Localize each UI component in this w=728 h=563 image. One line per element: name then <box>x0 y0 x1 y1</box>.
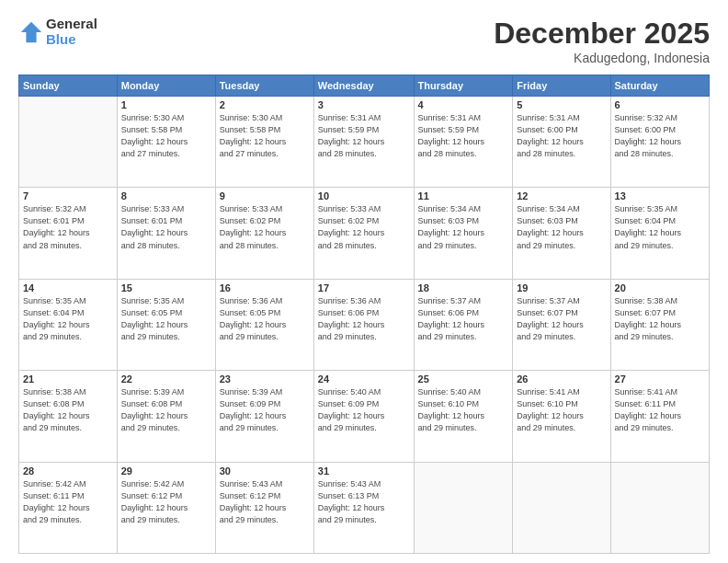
location-title: Kadugedong, Indonesia <box>494 51 710 65</box>
calendar-cell: 14Sunrise: 5:35 AM Sunset: 6:04 PM Dayli… <box>19 279 118 370</box>
calendar-cell: 13Sunrise: 5:35 AM Sunset: 6:04 PM Dayli… <box>610 188 709 279</box>
col-header-friday: Friday <box>513 75 610 97</box>
day-info: Sunrise: 5:34 AM Sunset: 6:03 PM Dayligh… <box>418 203 509 251</box>
logo-icon <box>18 19 44 45</box>
day-info: Sunrise: 5:34 AM Sunset: 6:03 PM Dayligh… <box>517 203 606 251</box>
calendar-cell: 10Sunrise: 5:33 AM Sunset: 6:02 PM Dayli… <box>313 188 414 279</box>
calendar-cell: 25Sunrise: 5:40 AM Sunset: 6:10 PM Dayli… <box>414 371 513 462</box>
day-number: 6 <box>615 99 705 110</box>
week-row-3: 21Sunrise: 5:38 AM Sunset: 6:08 PM Dayli… <box>19 371 710 462</box>
calendar-header-row: SundayMondayTuesdayWednesdayThursdayFrid… <box>19 75 710 97</box>
calendar-cell: 5Sunrise: 5:31 AM Sunset: 6:00 PM Daylig… <box>513 97 610 188</box>
day-number: 13 <box>615 190 705 201</box>
calendar-cell: 29Sunrise: 5:42 AM Sunset: 6:12 PM Dayli… <box>117 462 215 553</box>
day-number: 27 <box>615 373 705 385</box>
day-number: 17 <box>318 282 410 293</box>
day-number: 10 <box>318 190 410 201</box>
calendar-cell: 30Sunrise: 5:43 AM Sunset: 6:12 PM Dayli… <box>215 462 313 553</box>
day-info: Sunrise: 5:35 AM Sunset: 6:04 PM Dayligh… <box>23 295 113 343</box>
calendar-cell: 12Sunrise: 5:34 AM Sunset: 6:03 PM Dayli… <box>513 188 610 279</box>
title-section: December 2025 Kadugedong, Indonesia <box>494 17 710 65</box>
day-number: 7 <box>23 190 113 201</box>
day-number: 1 <box>121 99 211 110</box>
col-header-monday: Monday <box>117 75 215 97</box>
calendar-cell: 7Sunrise: 5:32 AM Sunset: 6:01 PM Daylig… <box>19 188 118 279</box>
day-number: 25 <box>418 373 509 385</box>
day-info: Sunrise: 5:42 AM Sunset: 6:12 PM Dayligh… <box>121 478 211 526</box>
calendar-cell: 31Sunrise: 5:43 AM Sunset: 6:13 PM Dayli… <box>313 462 414 553</box>
week-row-0: 1Sunrise: 5:30 AM Sunset: 5:58 PM Daylig… <box>19 97 710 188</box>
calendar-cell: 27Sunrise: 5:41 AM Sunset: 6:11 PM Dayli… <box>610 371 709 462</box>
day-number: 26 <box>517 373 606 385</box>
col-header-thursday: Thursday <box>414 75 513 97</box>
day-info: Sunrise: 5:39 AM Sunset: 6:08 PM Dayligh… <box>121 386 211 434</box>
day-number: 14 <box>23 282 113 293</box>
day-number: 24 <box>318 373 410 385</box>
day-info: Sunrise: 5:36 AM Sunset: 6:06 PM Dayligh… <box>318 295 410 343</box>
day-number: 29 <box>121 465 211 477</box>
day-number: 3 <box>318 99 410 110</box>
week-row-1: 7Sunrise: 5:32 AM Sunset: 6:01 PM Daylig… <box>19 188 710 279</box>
day-number: 22 <box>121 373 211 385</box>
day-info: Sunrise: 5:38 AM Sunset: 6:07 PM Dayligh… <box>615 295 705 343</box>
day-info: Sunrise: 5:43 AM Sunset: 6:13 PM Dayligh… <box>318 478 410 526</box>
col-header-tuesday: Tuesday <box>215 75 313 97</box>
day-info: Sunrise: 5:33 AM Sunset: 6:01 PM Dayligh… <box>121 203 211 251</box>
day-info: Sunrise: 5:35 AM Sunset: 6:05 PM Dayligh… <box>121 295 211 343</box>
day-number: 20 <box>615 282 705 293</box>
calendar-cell: 15Sunrise: 5:35 AM Sunset: 6:05 PM Dayli… <box>117 279 215 370</box>
calendar-cell: 3Sunrise: 5:31 AM Sunset: 5:59 PM Daylig… <box>313 97 414 188</box>
col-header-sunday: Sunday <box>19 75 118 97</box>
calendar-cell: 21Sunrise: 5:38 AM Sunset: 6:08 PM Dayli… <box>19 371 118 462</box>
day-info: Sunrise: 5:38 AM Sunset: 6:08 PM Dayligh… <box>23 386 113 434</box>
day-number: 9 <box>220 190 310 201</box>
day-info: Sunrise: 5:31 AM Sunset: 5:59 PM Dayligh… <box>418 112 509 160</box>
calendar-cell: 16Sunrise: 5:36 AM Sunset: 6:05 PM Dayli… <box>215 279 313 370</box>
calendar-cell <box>19 97 118 188</box>
month-title: December 2025 <box>494 17 710 51</box>
calendar-cell: 17Sunrise: 5:36 AM Sunset: 6:06 PM Dayli… <box>313 279 414 370</box>
logo-text: General Blue <box>46 17 97 47</box>
day-info: Sunrise: 5:41 AM Sunset: 6:10 PM Dayligh… <box>517 386 606 434</box>
logo-general: General <box>46 17 97 32</box>
calendar-cell: 1Sunrise: 5:30 AM Sunset: 5:58 PM Daylig… <box>117 97 215 188</box>
week-row-4: 28Sunrise: 5:42 AM Sunset: 6:11 PM Dayli… <box>19 462 710 553</box>
day-info: Sunrise: 5:30 AM Sunset: 5:58 PM Dayligh… <box>220 112 310 160</box>
calendar-cell: 6Sunrise: 5:32 AM Sunset: 6:00 PM Daylig… <box>610 97 709 188</box>
day-number: 28 <box>23 465 113 477</box>
calendar-cell: 19Sunrise: 5:37 AM Sunset: 6:07 PM Dayli… <box>513 279 610 370</box>
day-number: 23 <box>220 373 310 385</box>
week-row-2: 14Sunrise: 5:35 AM Sunset: 6:04 PM Dayli… <box>19 279 710 370</box>
header: General Blue December 2025 Kadugedong, I… <box>18 17 710 65</box>
day-number: 30 <box>220 465 310 477</box>
day-number: 19 <box>517 282 606 293</box>
calendar-cell: 24Sunrise: 5:40 AM Sunset: 6:09 PM Dayli… <box>313 371 414 462</box>
calendar-cell: 28Sunrise: 5:42 AM Sunset: 6:11 PM Dayli… <box>19 462 118 553</box>
calendar-body: 1Sunrise: 5:30 AM Sunset: 5:58 PM Daylig… <box>19 97 710 554</box>
day-info: Sunrise: 5:35 AM Sunset: 6:04 PM Dayligh… <box>615 203 705 251</box>
day-info: Sunrise: 5:31 AM Sunset: 6:00 PM Dayligh… <box>517 112 606 160</box>
calendar-cell: 4Sunrise: 5:31 AM Sunset: 5:59 PM Daylig… <box>414 97 513 188</box>
col-header-saturday: Saturday <box>610 75 709 97</box>
day-info: Sunrise: 5:40 AM Sunset: 6:10 PM Dayligh… <box>418 386 509 434</box>
day-number: 2 <box>220 99 310 110</box>
calendar-cell: 8Sunrise: 5:33 AM Sunset: 6:01 PM Daylig… <box>117 188 215 279</box>
calendar-cell: 9Sunrise: 5:33 AM Sunset: 6:02 PM Daylig… <box>215 188 313 279</box>
logo-blue: Blue <box>46 32 97 48</box>
calendar-table: SundayMondayTuesdayWednesdayThursdayFrid… <box>18 75 710 554</box>
day-info: Sunrise: 5:42 AM Sunset: 6:11 PM Dayligh… <box>23 478 113 526</box>
day-number: 5 <box>517 99 606 110</box>
day-info: Sunrise: 5:40 AM Sunset: 6:09 PM Dayligh… <box>318 386 410 434</box>
day-number: 31 <box>318 465 410 477</box>
day-info: Sunrise: 5:31 AM Sunset: 5:59 PM Dayligh… <box>318 112 410 160</box>
calendar-cell: 2Sunrise: 5:30 AM Sunset: 5:58 PM Daylig… <box>215 97 313 188</box>
day-number: 4 <box>418 99 509 110</box>
day-info: Sunrise: 5:37 AM Sunset: 6:06 PM Dayligh… <box>418 295 509 343</box>
day-number: 8 <box>121 190 211 201</box>
day-info: Sunrise: 5:32 AM Sunset: 6:00 PM Dayligh… <box>615 112 705 160</box>
day-info: Sunrise: 5:32 AM Sunset: 6:01 PM Dayligh… <box>23 203 113 251</box>
calendar-cell: 20Sunrise: 5:38 AM Sunset: 6:07 PM Dayli… <box>610 279 709 370</box>
day-info: Sunrise: 5:43 AM Sunset: 6:12 PM Dayligh… <box>220 478 310 526</box>
day-number: 11 <box>418 190 509 201</box>
calendar-cell <box>513 462 610 553</box>
